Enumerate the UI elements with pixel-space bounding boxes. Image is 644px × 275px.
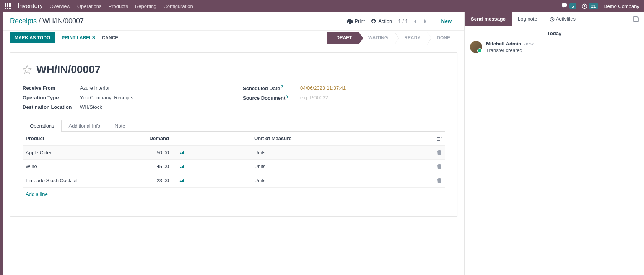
chat-icon bbox=[562, 3, 568, 9]
pager: 1 / 1 bbox=[398, 18, 429, 25]
stage-ready[interactable]: READY bbox=[395, 32, 428, 44]
today-label: Today bbox=[465, 26, 644, 39]
activities-button[interactable]: 21 bbox=[582, 3, 598, 9]
new-button[interactable]: New bbox=[436, 16, 457, 26]
cell-demand[interactable]: 45.00 bbox=[128, 159, 172, 173]
chat-badge: 5 bbox=[569, 3, 576, 9]
tabs: Operations Additional Info Note bbox=[23, 119, 445, 132]
gear-icon bbox=[371, 19, 376, 24]
cell-uom[interactable]: Units bbox=[251, 159, 427, 173]
add-line-link[interactable]: Add a line bbox=[23, 188, 51, 201]
record-title: WH/IN/00007 bbox=[36, 63, 101, 76]
print-icon bbox=[347, 19, 353, 24]
table-row[interactable]: Wine45.00Units bbox=[23, 159, 445, 173]
nav-configuration[interactable]: Configuration bbox=[163, 3, 193, 9]
label-destination-location: Destination Location bbox=[23, 104, 80, 110]
tab-operations[interactable]: Operations bbox=[23, 120, 62, 132]
company-name[interactable]: Demo Company bbox=[603, 3, 639, 9]
col-demand[interactable]: Demand bbox=[128, 132, 172, 146]
forecast-icon[interactable] bbox=[179, 163, 185, 169]
clock-icon bbox=[550, 17, 555, 22]
nav-reporting[interactable]: Reporting bbox=[135, 3, 156, 9]
nav-overview[interactable]: Overview bbox=[50, 3, 70, 9]
nav-products[interactable]: Products bbox=[109, 3, 128, 9]
stage-waiting[interactable]: WAITING bbox=[359, 32, 395, 44]
cell-uom[interactable]: Units bbox=[251, 146, 427, 160]
avatar[interactable] bbox=[470, 41, 482, 53]
value-scheduled-date[interactable]: 04/06/2023 11:37:41 bbox=[300, 85, 346, 91]
value-operation-type[interactable]: YourCompany: Receipts bbox=[80, 95, 133, 100]
label-source-document: Source Document? bbox=[243, 94, 300, 101]
msg-text: Transfer created bbox=[486, 47, 534, 53]
delete-icon[interactable] bbox=[437, 149, 442, 155]
messaging-button[interactable]: 5 bbox=[562, 3, 576, 9]
breadcrumb-parent[interactable]: Receipts bbox=[10, 17, 37, 25]
status-bar: MARK AS TODO PRINT LABELS CANCEL DRAFT W… bbox=[3, 30, 464, 45]
print-labels-button[interactable]: PRINT LABELS bbox=[62, 32, 95, 43]
send-message-button[interactable]: Send message bbox=[465, 12, 512, 26]
tab-note[interactable]: Note bbox=[107, 120, 132, 132]
attachments-icon[interactable] bbox=[628, 16, 644, 22]
label-receive-from: Receive From bbox=[23, 85, 80, 91]
apps-icon[interactable] bbox=[5, 3, 11, 9]
top-nav: Inventory Overview Operations Products R… bbox=[0, 0, 644, 12]
operations-table: Product Demand Unit of Measure Apple Cid… bbox=[23, 132, 445, 188]
label-scheduled-date: Scheduled Date? bbox=[243, 85, 300, 91]
col-product[interactable]: Product bbox=[23, 132, 128, 146]
clock-icon bbox=[582, 3, 587, 9]
log-note-button[interactable]: Log note bbox=[512, 12, 543, 26]
table-row[interactable]: Limeade Slush Cocktail23.00Units bbox=[23, 173, 445, 188]
activities-button[interactable]: Activities bbox=[543, 12, 582, 26]
msg-author[interactable]: Mitchell Admin bbox=[486, 41, 521, 47]
cancel-button[interactable]: CANCEL bbox=[102, 32, 121, 43]
chevron-left-icon bbox=[413, 19, 416, 24]
breadcrumb-current: WH/IN/00007 bbox=[42, 17, 84, 25]
app-name[interactable]: Inventory bbox=[18, 3, 43, 10]
forecast-icon[interactable] bbox=[179, 150, 185, 155]
chevron-right-icon bbox=[424, 19, 427, 24]
value-receive-from[interactable]: Azure Interior bbox=[80, 85, 110, 91]
cell-uom[interactable]: Units bbox=[251, 173, 427, 188]
col-uom[interactable]: Unit of Measure bbox=[251, 132, 427, 146]
message: Mitchell Admin - now Transfer created bbox=[465, 39, 644, 55]
cell-product[interactable]: Apple Cider bbox=[23, 146, 128, 160]
nav-operations[interactable]: Operations bbox=[77, 3, 102, 9]
help-icon[interactable]: ? bbox=[281, 85, 283, 89]
columns-settings-icon[interactable] bbox=[436, 136, 442, 141]
mark-as-todo-button[interactable]: MARK AS TODO bbox=[10, 32, 55, 43]
table-row[interactable]: Apple Cider50.00Units bbox=[23, 146, 445, 160]
cell-product[interactable]: Wine bbox=[23, 159, 128, 173]
value-source-document[interactable]: e.g. PO0032 bbox=[300, 95, 328, 100]
help-icon[interactable]: ? bbox=[286, 94, 288, 99]
stage-done[interactable]: DONE bbox=[428, 32, 457, 44]
label-operation-type: Operation Type bbox=[23, 95, 80, 100]
delete-icon[interactable] bbox=[437, 177, 442, 183]
breadcrumb: Receipts / WH/IN/00007 bbox=[10, 17, 84, 25]
stage-draft[interactable]: DRAFT bbox=[327, 32, 359, 44]
cell-demand[interactable]: 23.00 bbox=[128, 173, 172, 188]
pager-value[interactable]: 1 / 1 bbox=[398, 18, 408, 24]
cell-demand[interactable]: 50.00 bbox=[128, 146, 172, 160]
action-button[interactable]: Action bbox=[371, 18, 392, 24]
form-sheet: WH/IN/00007 Receive From Azure Interior … bbox=[10, 52, 457, 217]
value-destination-location[interactable]: WH/Stock bbox=[80, 104, 102, 110]
delete-icon[interactable] bbox=[437, 163, 442, 169]
forecast-icon[interactable] bbox=[179, 178, 185, 183]
cell-product[interactable]: Limeade Slush Cocktail bbox=[23, 173, 128, 188]
favorite-star-icon[interactable] bbox=[23, 65, 32, 74]
msg-time: - now bbox=[524, 42, 534, 46]
print-button[interactable]: Print bbox=[347, 18, 365, 24]
status-stages: DRAFT WAITING READY DONE bbox=[327, 32, 457, 44]
control-bar: Receipts / WH/IN/00007 Print Action 1 / … bbox=[3, 12, 464, 30]
tab-additional-info[interactable]: Additional Info bbox=[62, 120, 107, 132]
pager-prev[interactable] bbox=[411, 18, 419, 25]
clock-badge: 21 bbox=[589, 3, 598, 9]
pager-next[interactable] bbox=[422, 18, 429, 25]
chatter-panel: Send message Log note Activities Today M… bbox=[464, 12, 644, 275]
